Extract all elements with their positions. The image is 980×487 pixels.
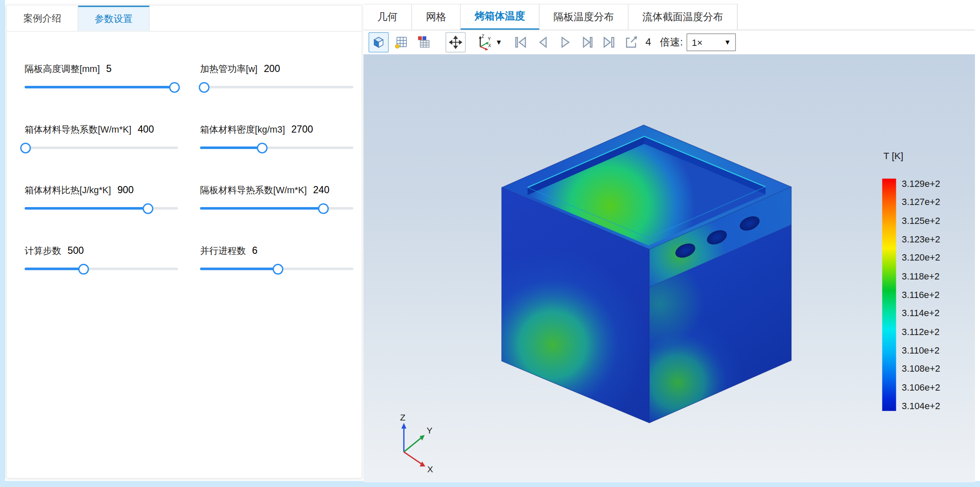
slider-thumb[interactable] bbox=[199, 82, 209, 92]
visualization-panel: 几何 网格 烤箱体温度 隔板温度分布 流体截面温度分布 bbox=[364, 4, 975, 482]
slider-track[interactable] bbox=[24, 207, 178, 210]
mesh-icon bbox=[394, 35, 408, 49]
slider-thumb[interactable] bbox=[272, 263, 283, 274]
slider-fill bbox=[24, 86, 173, 88]
axis-orientation-button[interactable]: Z Y X ▼ bbox=[475, 33, 502, 51]
slider-head: 计算步数 500 bbox=[24, 245, 178, 257]
slider-group: 并行进程数 6 bbox=[200, 245, 353, 270]
legend-tick: 3.127e+2 bbox=[902, 197, 940, 207]
legend-tick: 3.112e+2 bbox=[902, 327, 940, 337]
slider-group: 计算步数 500 bbox=[24, 245, 178, 270]
axis-x-label: X bbox=[427, 464, 433, 474]
tab-label: 隔板温度分布 bbox=[553, 11, 614, 24]
axis-triad: Z Y X bbox=[400, 412, 433, 474]
slider-thumb[interactable] bbox=[169, 82, 179, 92]
slider-track[interactable] bbox=[24, 146, 178, 149]
legend-tick: 3.106e+2 bbox=[902, 382, 940, 392]
axis-dropdown-arrow-icon[interactable]: ▼ bbox=[495, 38, 502, 46]
slider-label: 并行进程数 bbox=[200, 245, 246, 257]
slider-track[interactable] bbox=[24, 268, 178, 270]
legend-title: T [K] bbox=[884, 150, 971, 161]
skip-start-icon bbox=[513, 35, 528, 50]
legend-tick: 3.110e+2 bbox=[902, 345, 940, 355]
tab-label: 烤箱体温度 bbox=[475, 10, 525, 23]
slider-thumb[interactable] bbox=[78, 263, 89, 274]
view-tabbar: 几何 网格 烤箱体温度 隔板温度分布 流体截面温度分布 bbox=[364, 4, 975, 30]
replay-button[interactable] bbox=[623, 34, 639, 51]
slider-group: 箱体材料导热系数[W/m*K] 400 bbox=[24, 124, 178, 149]
slider-value: 2700 bbox=[291, 124, 313, 135]
speed-select[interactable]: 1× ▼ bbox=[687, 33, 736, 51]
slider-fill bbox=[200, 146, 261, 149]
slider-head: 箱体材料密度[kg/m3] 2700 bbox=[200, 124, 353, 136]
view-tab[interactable]: 网格 bbox=[412, 4, 460, 29]
slider-head: 并行进程数 6 bbox=[200, 245, 353, 257]
skip-end-icon bbox=[601, 35, 616, 50]
window-left-border bbox=[0, 0, 5, 487]
view-tab[interactable]: 几何 bbox=[364, 4, 412, 29]
left-panel-tab[interactable]: 案例介绍 bbox=[7, 5, 78, 31]
legend-tick: 3.123e+2 bbox=[902, 234, 940, 244]
colored-mesh-button[interactable] bbox=[414, 32, 434, 52]
tab-label: 网格 bbox=[426, 11, 446, 24]
axis-y-label: Y bbox=[427, 426, 433, 435]
speed-label: 倍速: bbox=[660, 36, 683, 49]
slider-fill bbox=[24, 268, 82, 270]
render-viewport[interactable]: Z Y X T [K] 3.129e+2 3.127e+2 bbox=[364, 54, 975, 482]
slider-fill bbox=[24, 207, 147, 210]
pan-icon bbox=[449, 35, 462, 49]
viewer-toolbar: Z Y X ▼ bbox=[364, 30, 975, 54]
playback-controls bbox=[513, 34, 639, 51]
slider-track[interactable] bbox=[200, 86, 353, 88]
legend-tick-list: 3.129e+2 3.127e+2 3.125e+2 3.123e+2 3.12… bbox=[902, 178, 940, 411]
play-button[interactable] bbox=[557, 34, 573, 51]
skip-start-button[interactable] bbox=[513, 34, 529, 51]
slider-thumb[interactable] bbox=[257, 142, 268, 153]
slider-thumb[interactable] bbox=[20, 142, 31, 153]
slider-track[interactable] bbox=[200, 146, 353, 149]
slider-label: 箱体材料密度[kg/m3] bbox=[200, 124, 285, 136]
slider-head: 箱体材料比热[J/kg*K] 900 bbox=[24, 184, 178, 196]
view-tab[interactable]: 烤箱体温度 bbox=[461, 4, 539, 29]
svg-text:Z: Z bbox=[481, 34, 484, 39]
legend-colorbar bbox=[882, 178, 896, 411]
legend-tick: 3.120e+2 bbox=[902, 253, 940, 263]
slider-label: 加热管功率[w] bbox=[200, 63, 258, 75]
slider-value: 5 bbox=[106, 63, 112, 75]
slider-label: 隔板材料导热系数[W/m*K] bbox=[200, 184, 307, 196]
axis-orientation-icon: Z Y X bbox=[475, 33, 494, 51]
step-forward-button[interactable] bbox=[579, 34, 595, 51]
speed-dropdown-arrow-icon: ▼ bbox=[724, 38, 731, 46]
pan-button[interactable] bbox=[446, 32, 466, 52]
step-back-button[interactable] bbox=[534, 34, 551, 51]
slider-value: 900 bbox=[117, 184, 134, 196]
slider-value: 400 bbox=[138, 124, 154, 135]
slider-value: 200 bbox=[264, 63, 280, 75]
slider-thumb[interactable] bbox=[143, 203, 154, 213]
svg-text:X: X bbox=[488, 43, 491, 48]
view-tab[interactable]: 流体截面温度分布 bbox=[629, 4, 738, 29]
temperature-legend: T [K] 3.129e+2 3.127e+2 3.125e+2 3.123e+… bbox=[882, 150, 971, 411]
axis-z-label: Z bbox=[400, 412, 406, 422]
mesh-button[interactable] bbox=[391, 32, 412, 52]
slider-thumb[interactable] bbox=[318, 203, 329, 213]
left-panel-tab[interactable]: 参数设置 bbox=[78, 5, 149, 31]
slider-track[interactable] bbox=[200, 268, 353, 270]
slider-track[interactable] bbox=[24, 86, 178, 88]
view-tab[interactable]: 隔板温度分布 bbox=[539, 4, 628, 29]
slider-value: 240 bbox=[313, 184, 329, 196]
step-back-icon bbox=[535, 35, 550, 50]
slider-label: 箱体材料比热[J/kg*K] bbox=[24, 184, 111, 196]
slider-head: 加热管功率[w] 200 bbox=[200, 63, 353, 75]
clip-box-button[interactable] bbox=[369, 32, 389, 52]
slider-group: 箱体材料密度[kg/m3] 2700 bbox=[200, 124, 353, 149]
skip-end-button[interactable] bbox=[601, 34, 617, 51]
oven-body bbox=[502, 125, 791, 423]
slider-group: 箱体材料比热[J/kg*K] 900 bbox=[24, 184, 178, 210]
svg-text:Y: Y bbox=[488, 37, 491, 41]
slider-track[interactable] bbox=[200, 207, 353, 210]
colored-mesh-icon bbox=[417, 35, 431, 49]
slider-fill bbox=[200, 268, 276, 270]
slider-head: 隔板高度调整[mm] 5 bbox=[24, 63, 178, 75]
tab-label: 参数设置 bbox=[95, 13, 133, 25]
